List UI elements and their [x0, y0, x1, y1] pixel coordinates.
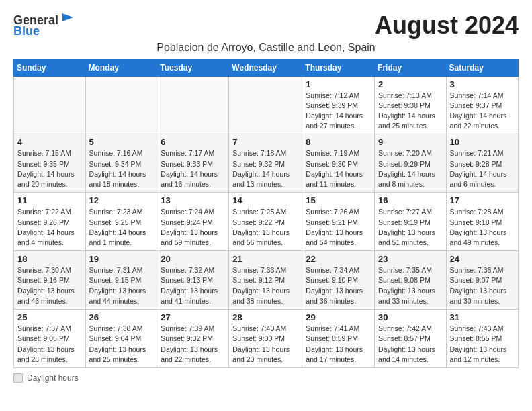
calendar-header-friday: Friday: [375, 59, 447, 76]
day-info: Sunrise: 7:15 AMSunset: 9:35 PMDaylight:…: [17, 148, 82, 189]
day-info-line: Sunrise: 7:18 AM: [232, 148, 298, 158]
calendar-cell: 12Sunrise: 7:23 AMSunset: 9:25 PMDayligh…: [85, 193, 157, 251]
day-info: Sunrise: 7:30 AMSunset: 9:16 PMDaylight:…: [17, 265, 82, 306]
page: General Blue August 2024 Poblacion de Ar…: [0, 0, 532, 390]
day-info: Sunrise: 7:32 AMSunset: 9:13 PMDaylight:…: [161, 265, 225, 306]
day-info-line: Daylight: 14 hours and 18 minutes.: [89, 169, 154, 189]
day-number: 1: [306, 79, 371, 89]
daylight-label: Daylight hours: [27, 373, 79, 383]
day-number: 17: [450, 195, 515, 205]
page-title: August 2024: [375, 12, 519, 39]
calendar-cell: 14Sunrise: 7:25 AMSunset: 9:22 PMDayligh…: [229, 193, 302, 251]
calendar-header-row: SundayMondayTuesdayWednesdayThursdayFrid…: [14, 59, 519, 76]
day-info-line: Sunset: 9:19 PM: [378, 218, 443, 228]
day-info-line: Sunset: 9:10 PM: [306, 275, 371, 285]
calendar-cell: 31Sunrise: 7:43 AMSunset: 8:55 PMDayligh…: [446, 310, 518, 368]
day-number: 16: [378, 195, 443, 205]
day-info-line: Sunset: 8:59 PM: [306, 334, 371, 344]
calendar-cell: 6Sunrise: 7:17 AMSunset: 9:33 PMDaylight…: [157, 134, 229, 193]
day-number: 6: [161, 137, 225, 147]
calendar-week-3: 11Sunrise: 7:22 AMSunset: 9:26 PMDayligh…: [14, 193, 519, 251]
day-info-line: Sunset: 9:07 PM: [450, 275, 515, 285]
day-info-line: Sunset: 9:37 PM: [450, 101, 515, 111]
calendar-cell: 5Sunrise: 7:16 AMSunset: 9:34 PMDaylight…: [85, 134, 157, 193]
day-info-line: Daylight: 13 hours and 12 minutes.: [450, 345, 515, 365]
day-number: 11: [17, 195, 82, 205]
day-info-line: Sunrise: 7:17 AM: [161, 148, 225, 158]
footer: Daylight hours: [13, 373, 519, 383]
calendar-cell: [14, 76, 86, 134]
day-info-line: Sunrise: 7:21 AM: [450, 148, 515, 158]
day-number: 15: [306, 195, 371, 205]
day-number: 20: [161, 254, 225, 264]
day-info-line: Sunset: 9:18 PM: [450, 218, 515, 228]
day-info-line: Daylight: 13 hours and 46 minutes.: [17, 286, 82, 306]
calendar-cell: 18Sunrise: 7:30 AMSunset: 9:16 PMDayligh…: [14, 251, 86, 310]
day-info-line: Daylight: 13 hours and 54 minutes.: [306, 228, 371, 248]
calendar-cell: 9Sunrise: 7:20 AMSunset: 9:29 PMDaylight…: [375, 134, 447, 193]
day-info-line: Sunset: 9:16 PM: [17, 275, 82, 285]
day-info-line: Sunrise: 7:26 AM: [306, 207, 371, 217]
day-info-line: Sunrise: 7:23 AM: [89, 207, 154, 217]
day-info: Sunrise: 7:37 AMSunset: 9:05 PMDaylight:…: [17, 324, 82, 365]
day-info: Sunrise: 7:18 AMSunset: 9:32 PMDaylight:…: [232, 148, 298, 189]
day-number: 29: [306, 312, 371, 322]
calendar-cell: 21Sunrise: 7:33 AMSunset: 9:12 PMDayligh…: [229, 251, 302, 310]
day-info-line: Daylight: 14 hours and 16 minutes.: [161, 169, 225, 189]
day-info: Sunrise: 7:38 AMSunset: 9:04 PMDaylight:…: [89, 324, 154, 365]
day-number: 5: [89, 137, 154, 147]
day-number: 8: [306, 137, 371, 147]
day-info-line: Sunset: 8:55 PM: [450, 334, 515, 344]
day-info-line: Sunrise: 7:32 AM: [161, 265, 225, 275]
calendar-cell: 19Sunrise: 7:31 AMSunset: 9:15 PMDayligh…: [85, 251, 157, 310]
calendar-header-wednesday: Wednesday: [229, 59, 302, 76]
day-info-line: Sunset: 9:02 PM: [161, 334, 225, 344]
logo-icon: [60, 12, 75, 27]
day-info-line: Sunrise: 7:34 AM: [306, 265, 371, 275]
calendar-header-tuesday: Tuesday: [157, 59, 229, 76]
day-info-line: Sunrise: 7:36 AM: [450, 265, 515, 275]
day-info-line: Daylight: 13 hours and 22 minutes.: [161, 345, 225, 365]
day-number: 23: [378, 254, 443, 264]
day-info-line: Sunrise: 7:33 AM: [232, 265, 298, 275]
calendar-cell: 20Sunrise: 7:32 AMSunset: 9:13 PMDayligh…: [157, 251, 229, 310]
day-info-line: Sunrise: 7:20 AM: [378, 148, 443, 158]
day-info-line: Daylight: 13 hours and 36 minutes.: [306, 286, 371, 306]
day-info-line: Sunset: 9:26 PM: [17, 218, 82, 228]
day-number: 25: [17, 312, 82, 322]
calendar-cell: 30Sunrise: 7:42 AMSunset: 8:57 PMDayligh…: [375, 310, 447, 368]
day-info-line: Sunset: 9:29 PM: [378, 159, 443, 169]
day-info-line: Sunset: 9:05 PM: [17, 334, 82, 344]
calendar-cell: 8Sunrise: 7:19 AMSunset: 9:30 PMDaylight…: [302, 134, 375, 193]
day-info: Sunrise: 7:36 AMSunset: 9:07 PMDaylight:…: [450, 265, 515, 306]
day-info-line: Sunrise: 7:15 AM: [17, 148, 82, 158]
day-info-line: Sunset: 9:34 PM: [89, 159, 154, 169]
day-info: Sunrise: 7:26 AMSunset: 9:21 PMDaylight:…: [306, 207, 371, 248]
day-info-line: Daylight: 14 hours and 6 minutes.: [450, 169, 515, 189]
calendar-header-sunday: Sunday: [14, 59, 86, 76]
day-number: 28: [232, 312, 298, 322]
day-info-line: Sunset: 9:00 PM: [232, 334, 298, 344]
day-info: Sunrise: 7:23 AMSunset: 9:25 PMDaylight:…: [89, 207, 154, 248]
calendar-header-thursday: Thursday: [302, 59, 375, 76]
calendar-header-saturday: Saturday: [446, 59, 518, 76]
daylight-legend-box: [13, 373, 23, 383]
calendar-cell: 10Sunrise: 7:21 AMSunset: 9:28 PMDayligh…: [446, 134, 518, 193]
day-info: Sunrise: 7:27 AMSunset: 9:19 PMDaylight:…: [378, 207, 443, 248]
calendar-cell: 22Sunrise: 7:34 AMSunset: 9:10 PMDayligh…: [302, 251, 375, 310]
calendar-cell: 25Sunrise: 7:37 AMSunset: 9:05 PMDayligh…: [14, 310, 86, 368]
day-info: Sunrise: 7:42 AMSunset: 8:57 PMDaylight:…: [378, 324, 443, 365]
day-info-line: Daylight: 13 hours and 20 minutes.: [232, 345, 298, 365]
calendar-cell: 23Sunrise: 7:35 AMSunset: 9:08 PMDayligh…: [375, 251, 447, 310]
day-info-line: Sunrise: 7:40 AM: [232, 324, 298, 334]
day-number: 10: [450, 137, 515, 147]
day-info: Sunrise: 7:13 AMSunset: 9:38 PMDaylight:…: [378, 91, 443, 132]
day-info: Sunrise: 7:21 AMSunset: 9:28 PMDaylight:…: [450, 148, 515, 189]
logo: General Blue: [13, 12, 75, 38]
day-info-line: Sunset: 9:15 PM: [89, 275, 154, 285]
day-info-line: Sunrise: 7:39 AM: [161, 324, 225, 334]
day-number: 21: [232, 254, 298, 264]
day-number: 2: [378, 79, 443, 89]
day-info-line: Sunrise: 7:14 AM: [450, 91, 515, 101]
day-info-line: Sunset: 9:39 PM: [306, 101, 371, 111]
